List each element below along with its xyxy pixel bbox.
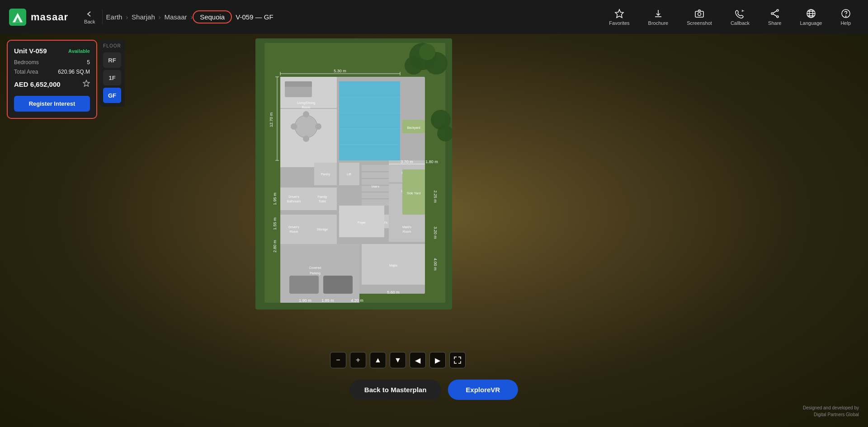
bedrooms-row: Bedrooms 5 [14,59,90,66]
svg-text:Maid's: Maid's [402,225,412,229]
floor-label: FLOOR [103,43,121,48]
back-button[interactable]: Back [77,10,102,24]
explore-vr-button[interactable]: ExploreVR [448,380,518,400]
svg-text:Family: Family [318,195,327,199]
area-label: Total Area [14,69,38,75]
floor-1f-button[interactable]: 1F [103,70,121,85]
svg-rect-43 [285,81,312,87]
svg-text:Lift: Lift [347,173,351,176]
floor-rf-button[interactable]: RF [103,52,121,68]
price-row: AED 6,652,000 [14,80,90,89]
logo-text: masaar [31,11,68,23]
breadcrumb-masaar[interactable]: Masaar [160,13,190,21]
header: masaar Back Earth › Sharjah › Masaar › S… [0,0,868,34]
back-label: Back [84,19,95,24]
help-label: Help [840,20,851,26]
back-to-masterplan-button[interactable]: Back to Masterplan [350,380,441,400]
svg-text:Side Yard: Side Yard [407,192,420,195]
svg-point-7 [777,16,778,18]
favorite-star-icon[interactable] [83,80,90,89]
svg-point-24 [419,44,435,60]
register-interest-button[interactable]: Register Interest [14,96,90,112]
svg-text:2.80 m: 2.80 m [273,240,277,253]
unit-panel: Unit V-059 Available Bedrooms 5 Total Ar… [7,40,97,119]
share-button[interactable]: Share [760,5,789,29]
svg-marker-18 [83,80,90,87]
svg-text:12.70 m: 12.70 m [269,113,274,127]
bottom-buttons: Back to Masterplan ExploreVR [350,380,518,400]
svg-rect-90 [323,276,353,294]
pan-right-button[interactable]: ▶ [429,352,446,368]
pan-left-button[interactable]: ◀ [410,352,426,368]
camera-icon [694,9,704,19]
zoom-in-button[interactable]: + [350,352,366,368]
svg-text:2.25 m: 2.25 m [433,190,438,203]
svg-text:Room: Room [290,230,298,233]
breadcrumb-earth[interactable]: Earth [103,13,126,21]
svg-text:Toilet: Toilet [319,200,326,203]
globe-icon [806,9,816,19]
svg-rect-64 [307,188,337,210]
header-actions: Favorites Brochure Screenshot Callback [601,5,859,29]
fullscreen-button[interactable] [449,352,466,368]
svg-point-17 [845,16,846,17]
bedrooms-label: Bedrooms [14,59,39,66]
share-icon [770,9,780,19]
unit-price: AED 6,652,000 [14,80,61,88]
svg-point-37 [295,115,317,138]
svg-text:Living/Dining: Living/Dining [297,101,315,105]
svg-rect-89 [289,276,319,294]
bedrooms-value: 5 [87,59,90,66]
svg-text:Storage: Storage [317,228,328,231]
pan-down-button[interactable]: ▼ [390,352,406,368]
phone-icon [735,9,745,19]
svg-text:Room: Room [403,230,411,233]
masaar-logo-icon [9,9,26,26]
zoom-out-button[interactable]: − [330,352,346,368]
nav-controls: − + ▲ ▼ ◀ ▶ [330,352,466,368]
callback-button[interactable]: Callback [722,5,758,29]
floor-gf-button[interactable]: GF [103,88,121,103]
brochure-button[interactable]: Brochure [640,5,677,29]
area-row: Total Area 620.96 SQ.M [14,69,90,75]
language-button[interactable]: Language [792,5,830,29]
callback-label: Callback [731,20,750,26]
breadcrumb-sequoia[interactable]: Sequoia [193,10,232,23]
svg-rect-61 [280,188,307,210]
floor-selector: FLOOR RF 1F GF [99,40,125,107]
svg-point-40 [291,123,297,130]
svg-text:1.55 m: 1.55 m [273,217,277,230]
svg-text:Covered: Covered [309,266,321,269]
brochure-label: Brochure [648,20,669,26]
footer-credit: Designed and developed by Digital Partne… [803,404,859,418]
svg-point-5 [698,12,701,15]
svg-text:1.80 m: 1.80 m [425,160,438,164]
svg-marker-3 [615,9,623,18]
svg-text:Backyard: Backyard [407,126,420,130]
help-icon [841,9,851,19]
floorplan-container: Living/Dining Room Backyard Kitchen Laun… [255,38,452,310]
unit-header: Unit V-059 Available [14,47,90,55]
unit-id: Unit V-059 [14,47,47,55]
footer-line1: Designed and developed by [803,404,859,411]
page-title: V-059 — GF [232,13,277,21]
screenshot-button[interactable]: Screenshot [679,5,720,29]
svg-rect-28 [339,81,400,160]
pan-up-button[interactable]: ▲ [370,352,386,368]
help-button[interactable]: Help [832,5,859,29]
svg-line-9 [773,11,777,13]
breadcrumb-sharjah[interactable]: Sharjah [128,13,159,21]
svg-text:1.85 m: 1.85 m [321,298,334,303]
svg-text:Driver's: Driver's [288,225,299,229]
favorites-button[interactable]: Favorites [601,5,637,29]
svg-text:5.60 m: 5.60 m [387,290,400,295]
svg-line-10 [773,14,777,16]
svg-point-23 [405,56,423,75]
svg-text:1.90 m: 1.90 m [299,298,311,303]
svg-text:1.95 m: 1.95 m [273,192,277,205]
share-label: Share [768,20,781,26]
svg-text:Driver's: Driver's [288,195,299,198]
svg-rect-77 [280,215,307,244]
unit-status: Available [68,48,90,54]
screenshot-label: Screenshot [687,20,712,26]
